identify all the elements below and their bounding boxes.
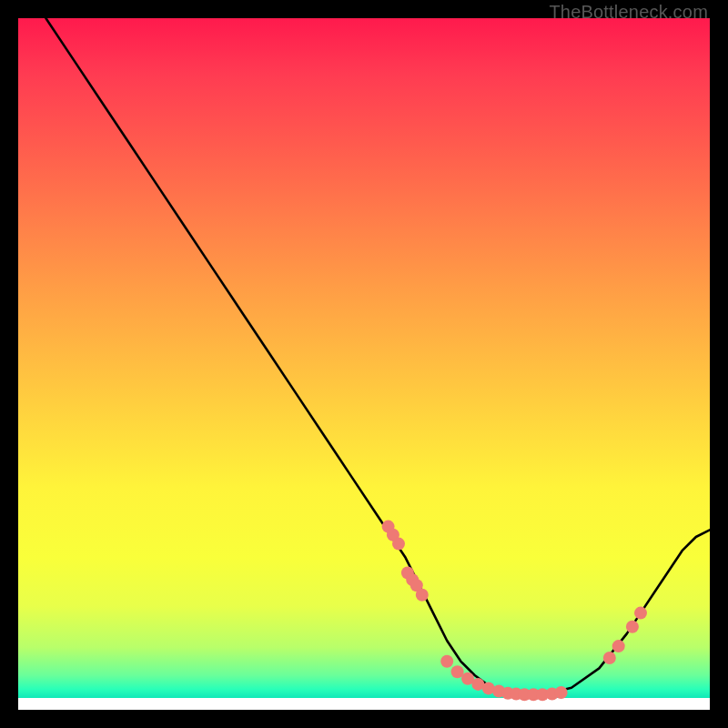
data-point <box>634 607 647 620</box>
watermark-text: TheBottleneck.com <box>549 2 708 23</box>
data-point <box>392 538 405 551</box>
data-point <box>451 665 464 678</box>
data-point <box>626 621 639 633</box>
gradient-plot-area <box>18 18 710 710</box>
data-point <box>440 655 453 668</box>
data-point <box>416 589 429 602</box>
data-point <box>603 652 616 664</box>
chart-svg <box>18 18 710 710</box>
data-point <box>612 640 625 652</box>
data-point <box>555 686 568 699</box>
curve-path <box>46 18 710 695</box>
